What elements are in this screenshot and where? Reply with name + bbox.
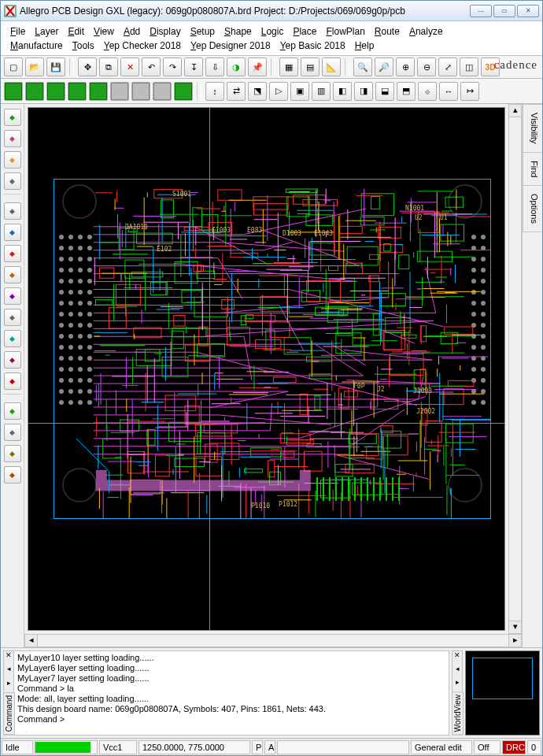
- vertical-scrollbar[interactable]: ▴ ▾: [508, 104, 522, 634]
- side-tab-find[interactable]: Find: [523, 152, 542, 186]
- menu-edit[interactable]: Edit: [63, 24, 89, 39]
- worldview-side[interactable]: ✕◂▸ WorldView: [452, 650, 463, 736]
- horizontal-scrollbar[interactable]: ◂ ▸: [24, 634, 522, 647]
- side-tool-button[interactable]: ◆: [4, 245, 21, 262]
- side-tool-button[interactable]: ◆: [4, 172, 21, 190]
- layer-visible-button[interactable]: [4, 82, 23, 101]
- status-edit-mode[interactable]: General edit: [411, 740, 472, 754]
- design-canvas[interactable]: S1001JA1010C1003E083D1003E1043U2U1N1001E…: [28, 107, 505, 631]
- menu-view[interactable]: View: [89, 24, 119, 39]
- side-tab-options[interactable]: Options: [523, 185, 542, 232]
- menu-route[interactable]: Route: [370, 24, 404, 39]
- layer-hidden-button[interactable]: [131, 82, 150, 101]
- minimize-button[interactable]: —: [470, 5, 492, 17]
- toolbar-grid2-button[interactable]: ▤: [301, 57, 320, 76]
- toolbar-ruler-button[interactable]: 📐: [322, 57, 341, 76]
- edit-tool-button[interactable]: ▥: [312, 82, 331, 101]
- toolbar-grid-button[interactable]: ▦: [279, 57, 298, 76]
- side-tool-button[interactable]: ◆: [4, 351, 21, 369]
- toolbar-zoom1-button[interactable]: ⊕: [396, 57, 415, 76]
- side-tool-button[interactable]: ◆: [4, 151, 21, 169]
- edit-tool-button[interactable]: ⟐: [418, 82, 437, 101]
- toolbar-zoomout-button[interactable]: 🔎: [375, 57, 393, 76]
- menu-help[interactable]: Help: [350, 39, 379, 53]
- status-coordinates[interactable]: 1250.0000, 775.0000: [139, 740, 250, 754]
- edit-tool-button[interactable]: ⇄: [227, 82, 246, 101]
- menu-file[interactable]: File: [6, 24, 30, 39]
- command-side-controls[interactable]: ✕◂▸ Command: [3, 650, 14, 736]
- menu-display[interactable]: Display: [145, 24, 185, 39]
- toolbar-down2-button[interactable]: ⇩: [205, 57, 224, 76]
- edit-tool-button[interactable]: ⬔: [248, 82, 267, 101]
- edit-tool-button[interactable]: ↦: [460, 82, 479, 101]
- edit-tool-button[interactable]: ◨: [354, 82, 373, 101]
- edit-tool-button[interactable]: ⬒: [397, 82, 416, 101]
- menu-flowplan[interactable]: FlowPlan: [321, 24, 369, 39]
- svg-rect-136: [379, 227, 401, 238]
- side-tool-button[interactable]: ◆: [4, 466, 21, 484]
- layer-hidden-button[interactable]: [153, 82, 172, 101]
- edit-tool-button[interactable]: ↕: [205, 82, 224, 101]
- command-log[interactable]: MyLayer10 layer setting loading......MyL…: [14, 650, 449, 736]
- edit-tool-button[interactable]: ⬓: [375, 82, 394, 101]
- edit-tool-button[interactable]: ▷: [269, 82, 288, 101]
- status-off[interactable]: Off: [474, 740, 501, 754]
- layer-visible-button[interactable]: [25, 82, 44, 101]
- toolbar-save-button[interactable]: 💾: [46, 57, 65, 76]
- side-tool-button[interactable]: ◆: [4, 266, 21, 284]
- side-tool-button[interactable]: ◆: [4, 109, 21, 126]
- menu-place[interactable]: Place: [288, 24, 321, 39]
- maximize-button[interactable]: ▭: [493, 5, 515, 17]
- menu-layer[interactable]: Layer: [30, 24, 63, 39]
- layer-hidden-button[interactable]: [110, 82, 129, 101]
- side-tool-button[interactable]: ◆: [4, 309, 21, 326]
- toolbar-file-button[interactable]: ▢: [4, 57, 23, 76]
- toolbar-undo-button[interactable]: ↶: [142, 57, 161, 76]
- toolbar-copy-button[interactable]: ⧉: [99, 57, 118, 76]
- toolbar-zoomr-button[interactable]: ◫: [460, 57, 478, 76]
- side-tool-button[interactable]: ◆: [4, 372, 21, 390]
- side-tool-button[interactable]: ◆: [4, 330, 21, 347]
- menu-yep-checker-2018[interactable]: Yep Checker 2018: [99, 39, 186, 53]
- toolbar-redo-button[interactable]: ↷: [163, 57, 182, 76]
- edit-tool-button[interactable]: ↔: [439, 82, 458, 101]
- status-layer[interactable]: Vcc1: [99, 740, 137, 754]
- toolbar-paint-button[interactable]: ◑: [227, 57, 246, 76]
- status-drc[interactable]: DRC: [502, 740, 526, 754]
- toolbar-move-button[interactable]: ✥: [78, 57, 97, 76]
- menu-manufacture[interactable]: Manufacture: [6, 39, 68, 53]
- worldview-panel[interactable]: [465, 650, 540, 736]
- side-tool-button[interactable]: ◆: [4, 224, 21, 241]
- close-button[interactable]: ✕: [517, 5, 539, 17]
- menu-yep-designer-2018[interactable]: Yep Designer 2018: [186, 39, 275, 53]
- menu-add[interactable]: Add: [119, 24, 145, 39]
- side-tool-button[interactable]: ◆: [4, 402, 21, 420]
- side-tool-button[interactable]: ◆: [4, 130, 21, 147]
- layer-visible-button[interactable]: [174, 82, 193, 101]
- toolbar-down-button[interactable]: ↧: [184, 57, 203, 76]
- toolbar-folder-button[interactable]: 📂: [25, 57, 44, 76]
- menu-analyze[interactable]: Analyze: [404, 24, 448, 39]
- menu-yep-basic-2018[interactable]: Yep Basic 2018: [275, 39, 350, 53]
- toolbar-pin-button[interactable]: 📌: [248, 57, 267, 76]
- side-tool-button[interactable]: ◆: [4, 424, 21, 441]
- menu-logic[interactable]: Logic: [257, 24, 289, 39]
- side-tab-visibility[interactable]: Visibility: [523, 104, 542, 153]
- side-tool-button[interactable]: ◆: [4, 202, 21, 220]
- toolbar-zoom2-button[interactable]: ⊖: [417, 57, 436, 76]
- side-tool-button[interactable]: ◆: [4, 445, 21, 462]
- toolbar-zoomin-button[interactable]: 🔍: [353, 57, 372, 76]
- menu-tools[interactable]: Tools: [68, 39, 99, 53]
- layer-visible-button[interactable]: [89, 82, 108, 101]
- toolbar-zoomfit-button[interactable]: ⤢: [438, 57, 457, 76]
- status-a[interactable]: A: [264, 740, 275, 754]
- menu-shape[interactable]: Shape: [220, 24, 257, 39]
- layer-visible-button[interactable]: [68, 82, 87, 101]
- status-p[interactable]: P: [252, 740, 263, 754]
- side-tool-button[interactable]: ◆: [4, 287, 21, 305]
- menu-setup[interactable]: Setup: [186, 24, 220, 39]
- edit-tool-button[interactable]: ▣: [290, 82, 309, 101]
- layer-visible-button[interactable]: [46, 82, 65, 101]
- edit-tool-button[interactable]: ◧: [333, 82, 352, 101]
- toolbar-delete-button[interactable]: ✕: [120, 57, 139, 76]
